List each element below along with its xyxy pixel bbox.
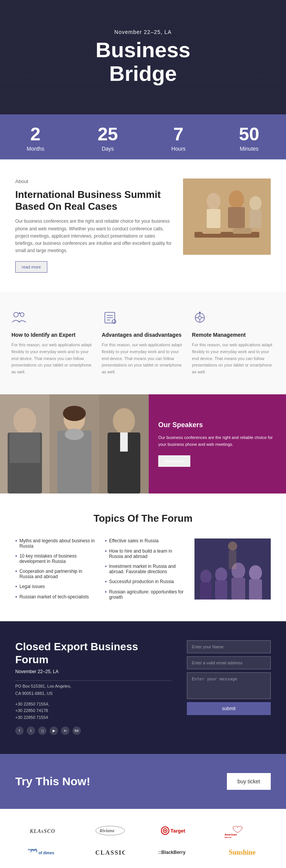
svg-text:✓: ✓ — [113, 320, 116, 323]
message-input[interactable] — [187, 672, 271, 699]
topics-content: Myths and legends about business in Russ… — [15, 536, 271, 602]
topic-item: Legal issues — [15, 582, 97, 592]
forum-form: submit — [187, 640, 271, 735]
linkedin-icon[interactable]: in — [61, 727, 69, 735]
svg-text:American: American — [225, 833, 237, 836]
svg-rect-29 — [10, 432, 40, 463]
svg-point-27 — [13, 408, 36, 434]
remote-icon — [192, 311, 275, 327]
name-input[interactable] — [187, 640, 271, 653]
feature-advantages: ✓ Advantages and disadvantages For this … — [102, 311, 185, 375]
svg-point-55 — [164, 830, 166, 831]
buy-ticket-button[interactable]: buy ticket — [227, 773, 271, 790]
read-more-button[interactable]: read more — [15, 261, 47, 273]
svg-point-5 — [249, 196, 262, 211]
svg-point-40 — [200, 570, 212, 583]
speaker-photo-2 — [50, 394, 99, 493]
topic-item: How to hire and build a team in Russia a… — [105, 546, 187, 561]
topics-col-1: Myths and legends about business in Russ… — [15, 536, 97, 602]
hero-title: Business Bridge — [96, 38, 191, 85]
partners-row-2: of dimes march CLASSIC ::BlackBerry Suns… — [11, 842, 275, 863]
twitter-icon[interactable]: t — [27, 727, 35, 735]
speakers-card: Our Speakers Our business conferences ar… — [149, 394, 286, 493]
svg-rect-2 — [207, 209, 220, 228]
svg-point-32 — [63, 406, 86, 421]
svg-point-10 — [14, 312, 18, 317]
feature-identify: How to Identify an Expert For this reaso… — [11, 311, 94, 375]
partner-american-heart[interactable]: American Heart Association. — [223, 824, 257, 839]
forum-phone: +30 22850 71554, +30 22850 74178 +30 228… — [15, 701, 172, 721]
forum-section: Closed Export Business Forum November 22… — [0, 621, 286, 754]
topic-item: 10 key mistakes of business development … — [15, 551, 97, 566]
speakers-title: Our Speakers — [158, 421, 276, 429]
svg-point-3 — [229, 190, 244, 209]
svg-rect-9 — [233, 228, 252, 234]
hero-date: November 22–25, LA — [96, 29, 191, 35]
about-label: About — [15, 178, 172, 184]
topic-item: Successful production in Russia — [105, 577, 187, 587]
instagram-icon[interactable]: ◻ — [38, 727, 47, 735]
about-text: About International Business Summit Base… — [15, 178, 172, 273]
svg-rect-38 — [120, 432, 128, 452]
partner-riviana[interactable]: Riviana — [95, 825, 125, 837]
feature-remote-desc: For this reason, our web applications ad… — [192, 342, 275, 375]
svg-text:::BlackBerry: ::BlackBerry — [158, 850, 186, 855]
features-section: How to Identify an Expert For this reaso… — [0, 292, 286, 394]
svg-text:Sunshine: Sunshine — [229, 849, 255, 856]
speakers-section: Our Speakers Our business conferences ar… — [0, 394, 286, 493]
partner-march-of-dimes[interactable]: of dimes march — [28, 847, 62, 859]
svg-rect-45 — [231, 578, 245, 600]
svg-rect-43 — [215, 580, 227, 600]
submit-button[interactable]: submit — [187, 702, 271, 715]
speakers-description: Our business conferences are the right a… — [158, 434, 276, 448]
feature-remote: Remote Management For this reason, our w… — [192, 311, 275, 375]
feature-advantages-title: Advantages and disadvantages — [102, 332, 185, 338]
youtube-icon[interactable]: ▶ — [50, 727, 58, 735]
countdown-months: 2 Months — [27, 125, 44, 152]
behance-icon[interactable]: Bé — [72, 727, 81, 735]
about-section: About International Business Summit Base… — [0, 159, 286, 292]
topic-item: Russian agriculture: opportunities for g… — [105, 587, 187, 602]
countdown-section: 2 Months 25 Days 7 Hours 50 Minutes — [0, 114, 286, 159]
partner-sunshine[interactable]: Sunshine — [228, 846, 259, 859]
svg-point-11 — [20, 313, 24, 317]
svg-rect-41 — [200, 582, 212, 600]
svg-rect-8 — [202, 228, 221, 234]
partner-blackberry[interactable]: ::BlackBerry — [157, 847, 196, 858]
forum-title: Closed Export Business Forum — [15, 640, 172, 666]
try-section: Try This Now! buy ticket — [0, 754, 286, 809]
about-title: International Business Summit Based On R… — [15, 189, 172, 212]
svg-point-34 — [65, 429, 84, 440]
email-input[interactable] — [187, 656, 271, 669]
about-description: Our business conferences are the right a… — [15, 218, 172, 254]
svg-point-48 — [228, 542, 237, 551]
forum-address: PO Box 515381, Los Angeles, CA 90051-688… — [15, 683, 172, 697]
forum-text: Closed Export Business Forum November 22… — [15, 640, 172, 735]
speaker-photo-1 — [0, 394, 50, 493]
svg-point-12 — [19, 312, 20, 314]
svg-text:of dimes: of dimes — [39, 851, 55, 855]
svg-text:Riviana: Riviana — [99, 828, 114, 833]
partner-target[interactable]: Target — [161, 825, 187, 837]
partner-klassco[interactable]: KLAsSCO — [29, 825, 59, 837]
svg-text:Heart: Heart — [225, 836, 232, 838]
topic-item: Cooperation and partnership in Russia an… — [15, 566, 97, 582]
partner-classic[interactable]: CLASSIC — [95, 846, 125, 859]
view-more-button[interactable]: view more — [158, 455, 190, 467]
topic-item: Investment market in Russia and abroad. … — [105, 561, 187, 577]
topic-item: Russian market of tech-specialists — [15, 592, 97, 602]
svg-point-25 — [199, 312, 201, 313]
topics-col-2: Effective sales in RussiaHow to hire and… — [105, 536, 187, 602]
identify-icon — [11, 311, 94, 327]
svg-text:CLASSIC: CLASSIC — [95, 849, 125, 856]
forum-date: November 22–25, LA — [15, 669, 172, 674]
svg-text:Target: Target — [170, 828, 185, 834]
topics-title: Topics Of The Forum — [15, 513, 271, 524]
svg-rect-4 — [228, 207, 245, 228]
topic-item: Effective sales in Russia — [105, 536, 187, 546]
svg-point-46 — [249, 565, 262, 580]
facebook-icon[interactable]: f — [15, 727, 24, 735]
svg-point-1 — [207, 193, 220, 210]
hero-section: November 22–25, LA Business Bridge — [0, 0, 286, 114]
partners-row-1: KLAsSCO Riviana Target American Heart As… — [11, 820, 275, 842]
